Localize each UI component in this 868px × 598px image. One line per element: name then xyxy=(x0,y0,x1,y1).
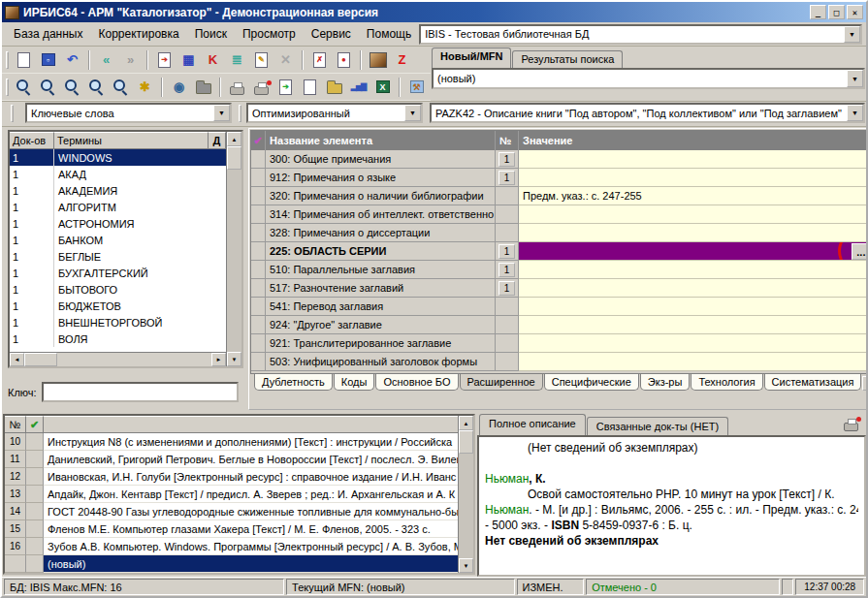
field-row[interactable]: 503: Унифицированный заголовок формы xyxy=(251,353,868,371)
edit-submit-icon[interactable]: ✎ xyxy=(250,48,273,71)
minimize-button[interactable]: _ xyxy=(810,5,826,19)
occurrence-button[interactable]: 1 xyxy=(498,171,515,185)
occurrence-button[interactable]: 1 xyxy=(498,152,515,167)
chevron-down-icon[interactable]: ▼ xyxy=(844,26,860,43)
chevron-down-icon[interactable]: ▼ xyxy=(404,105,421,121)
export-icon[interactable]: ➔ xyxy=(274,76,297,98)
field-value-cell[interactable]: ... xyxy=(519,242,868,261)
tree-view-icon[interactable]: ≣ xyxy=(226,48,248,71)
field-value-cell[interactable] xyxy=(519,353,868,371)
menu-item[interactable]: Корректировка xyxy=(90,25,186,43)
field-row[interactable]: 921: Транслитерированное заглавие xyxy=(251,334,868,353)
menu-item[interactable]: Поиск xyxy=(187,25,235,43)
field-row[interactable]: 912: Примечания о языке1 xyxy=(251,169,868,187)
toolbar-grip[interactable] xyxy=(239,105,241,122)
term-row[interactable]: 1АЛГОРИТМ xyxy=(10,199,226,215)
excel-icon[interactable]: X xyxy=(371,76,394,98)
record-check-cell[interactable] xyxy=(26,520,44,538)
term-row[interactable]: 1АКАДЕМИЯ xyxy=(10,182,226,199)
terms-horizontal-scrollbar[interactable]: ◄ ► xyxy=(10,352,226,366)
worksheet-tab[interactable]: Основное БО xyxy=(375,374,458,391)
occurrence-button[interactable]: 1 xyxy=(498,244,515,259)
back-icon[interactable]: « xyxy=(95,48,117,71)
field-value-cell[interactable] xyxy=(519,205,868,224)
search-dictionary-icon[interactable] xyxy=(13,76,35,98)
tab-inactive[interactable]: Результаты поиска xyxy=(512,50,623,68)
print-icon[interactable] xyxy=(226,76,248,98)
term-row[interactable]: 1ВОЛЯ xyxy=(10,330,226,347)
record-combo[interactable]: (новый) ▼ xyxy=(432,68,865,89)
dictionary-bee-icon[interactable]: ✱ xyxy=(134,76,156,98)
import-icon[interactable] xyxy=(323,76,345,98)
field-row[interactable]: 924: "Другое" заглавие xyxy=(251,316,868,334)
record-row[interactable]: 10Инструкция N8 (с изменениями и дополне… xyxy=(5,433,458,451)
search-records-icon[interactable] xyxy=(37,76,59,98)
print-cards-icon[interactable]: K xyxy=(202,48,224,71)
record-row[interactable]: 15Фленов М.Е. Компьютер глазами Хакера [… xyxy=(5,520,458,538)
chevron-down-icon[interactable]: ▼ xyxy=(847,70,863,87)
scroll-left-icon[interactable]: ◄ xyxy=(10,353,24,366)
record-check-cell[interactable] xyxy=(26,433,44,451)
dictionary-type-combo[interactable]: Ключевые слова ▼ xyxy=(25,103,232,123)
field-value-cell[interactable] xyxy=(519,261,868,279)
tab-scroll-left-icon[interactable]: ◄ xyxy=(862,376,868,391)
search-complex-icon[interactable] xyxy=(61,76,83,98)
term-row[interactable]: 1БАНКОМ xyxy=(10,232,226,248)
folder-icon[interactable] xyxy=(192,76,214,98)
toolbar-grip[interactable] xyxy=(11,105,14,122)
scroll-up-icon[interactable]: ▲ xyxy=(227,132,241,146)
record-check-cell[interactable] xyxy=(26,468,44,486)
field-row[interactable]: 300: Общие примечания1 xyxy=(251,150,868,169)
occurrence-button[interactable]: 1 xyxy=(498,281,515,296)
delete-record-icon[interactable]: ✗ xyxy=(308,48,331,71)
field-value-cell[interactable] xyxy=(519,169,868,187)
database-combo[interactable]: IBIS - Тестовая библиотечная БД ▼ xyxy=(419,24,862,45)
key-input[interactable] xyxy=(42,382,239,402)
record-row[interactable]: 16Зубов А.В. Компьютер. Windows. Програм… xyxy=(5,538,458,555)
record-check-cell[interactable] xyxy=(26,451,44,468)
restore-record-icon[interactable]: ● xyxy=(333,48,355,71)
catalog-view-icon[interactable]: ▦ xyxy=(177,48,200,71)
term-row[interactable]: 1АКАД xyxy=(10,166,226,182)
save-icon[interactable]: ▫ xyxy=(37,48,59,71)
scroll-down-icon[interactable]: ▼ xyxy=(459,558,473,573)
worksheet-tab[interactable]: Дублетность xyxy=(254,374,333,391)
z3950-icon[interactable]: Z xyxy=(391,48,413,71)
term-row[interactable]: 1БЕГЛЫЕ xyxy=(10,248,226,265)
clear-icon[interactable]: ✕ xyxy=(274,48,297,71)
field-value-cell[interactable] xyxy=(519,279,868,298)
toolbar-grip[interactable] xyxy=(6,51,9,69)
scroll-down-icon[interactable]: ▼ xyxy=(227,352,241,366)
statistics-chart-icon[interactable]: ▂▅▇ xyxy=(347,76,370,98)
undo-icon[interactable]: ↶ xyxy=(61,48,83,71)
chevron-down-icon[interactable]: ▼ xyxy=(213,105,230,121)
record-row[interactable]: 14ГОСТ 20448-90 Газы углеводородные сжиж… xyxy=(5,503,458,520)
record-row[interactable]: (новый) xyxy=(5,555,458,573)
field-value-ellipsis-button[interactable]: ... xyxy=(852,243,868,260)
print-description-icon[interactable] xyxy=(839,414,862,433)
record-check-cell[interactable] xyxy=(26,555,44,573)
field-row[interactable]: 517: Разночтение заглавий1 xyxy=(251,279,868,298)
close-button[interactable]: ✕ xyxy=(847,5,863,19)
scroll-thumb[interactable] xyxy=(227,146,241,170)
worksheet-tab[interactable]: Систематизация xyxy=(764,374,862,391)
term-row[interactable]: 1ВНЕШНЕТОРГОВОЙ xyxy=(10,314,226,330)
term-row[interactable]: 1БУХГАЛТЕРСКИЙ xyxy=(10,265,226,281)
terms-vertical-scrollbar[interactable]: ▲ ▼ xyxy=(226,132,241,366)
term-row[interactable]: 1WINDOWS xyxy=(10,149,226,166)
field-value-cell[interactable] xyxy=(519,150,868,169)
worksheet-tab[interactable]: Расширенное xyxy=(460,374,543,391)
menu-item[interactable]: База данных xyxy=(6,25,90,43)
new-record-icon[interactable] xyxy=(13,48,35,71)
view-record-icon[interactable]: ◉ xyxy=(168,76,190,98)
worksheet-tab[interactable]: Коды xyxy=(334,374,375,391)
scroll-thumb[interactable] xyxy=(459,430,473,454)
field-value-cell[interactable] xyxy=(519,316,868,334)
term-row[interactable]: 1АСТРОНОМИЯ xyxy=(10,215,226,232)
field-row[interactable]: 314: Примечания об интеллект. ответствен… xyxy=(251,205,868,224)
field-row[interactable]: 225: ОБЛАСТЬ СЕРИИ1... xyxy=(251,242,868,261)
field-value-cell[interactable] xyxy=(519,224,868,242)
worksheet-tab[interactable]: Экз-ры xyxy=(640,374,691,391)
field-row[interactable]: 541: Перевод заглавия xyxy=(251,298,868,316)
scroll-up-icon[interactable]: ▲ xyxy=(459,416,473,430)
